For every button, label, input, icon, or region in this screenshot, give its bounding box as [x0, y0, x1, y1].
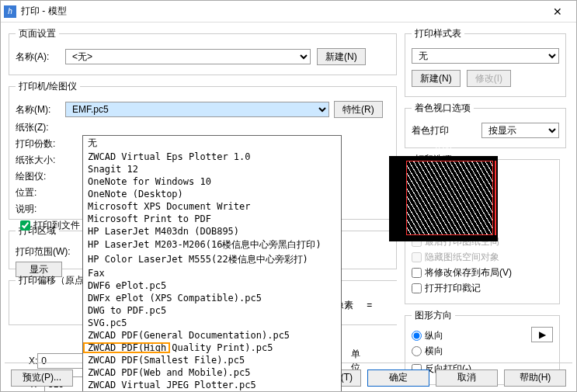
orientation-legend: 图形方向 — [412, 309, 455, 322]
printer-option[interactable]: DWFx ePlot (XPS Compatible).pc5 — [83, 292, 341, 304]
opt-hideps-check — [412, 252, 422, 262]
shade-label: 着色打印 — [412, 124, 458, 137]
style-edit-button: 修改(I) — [467, 70, 511, 87]
close-icon[interactable]: ✕ — [542, 5, 573, 18]
plot-offset-legend: 打印偏移（原点 — [16, 274, 87, 287]
orient-portrait-radio[interactable] — [412, 331, 422, 341]
printer-option[interactable]: ZWCAD Virtual JPEG Plotter.pc5 — [83, 379, 341, 391]
printer-legend: 打印机/绘图仪 — [16, 80, 80, 93]
app-icon: h — [4, 5, 16, 18]
shade-vp-legend: 着色视口选项 — [412, 102, 474, 115]
printer-option[interactable]: OneNote for Windows 10 — [83, 175, 341, 188]
printer-option[interactable]: HP LaserJet M203-M206(16楼信息中心旁黑白打印) — [83, 238, 341, 252]
plotter-label: 绘图仪: — [16, 170, 65, 183]
printer-option[interactable]: ZWCAD PDF(High Quality Print).pc5 — [83, 342, 341, 354]
preview-area — [406, 161, 493, 235]
shade-vp-group: 着色视口选项 着色打印 按显示 — [405, 102, 566, 148]
orient-landscape-radio[interactable] — [412, 346, 422, 356]
page-setup-legend: 页面设置 — [16, 27, 59, 40]
printer-name-label: 名称(M): — [16, 103, 65, 116]
paper-label: 纸张(Z): — [16, 121, 65, 134]
printer-option[interactable]: DWG to PDF.pc5 — [83, 304, 341, 317]
printer-option[interactable]: ZWCAD PDF(Smallest File).pc5 — [83, 354, 341, 366]
papersize-label: 纸张大小: — [16, 154, 65, 167]
printer-name-select[interactable]: EMF.pc5 — [65, 102, 329, 117]
printer-option[interactable]: Microsoft Print to PDF — [83, 213, 341, 225]
page-name-label: 名称(A): — [16, 50, 65, 64]
window-title: 打印 - 模型 — [21, 5, 542, 18]
printer-option[interactable]: Fax — [83, 267, 341, 279]
style-new-button[interactable]: 新建(N) — [412, 70, 461, 87]
cancel-button[interactable]: 取消 — [436, 369, 498, 387]
printer-props-button[interactable]: 特性(R) — [334, 101, 383, 118]
desc-label: 说明: — [16, 203, 65, 216]
preview-button[interactable]: 预览(P)... — [11, 369, 73, 387]
style-table-legend: 打印样式表 — [412, 27, 464, 40]
page-setup-group: 页面设置 名称(A): <无> 新建(N) — [9, 27, 397, 75]
printer-option[interactable]: ZWCAD PDF(Web and Mobile).pc5 — [83, 366, 341, 379]
ok-button[interactable]: 确定 — [367, 369, 429, 387]
plot-to-file-check[interactable] — [20, 220, 30, 231]
printer-option[interactable]: OneNote (Desktop) — [83, 188, 341, 200]
opt-save-check[interactable] — [412, 268, 422, 278]
help-button[interactable]: 帮助(H) — [504, 369, 566, 387]
paper-preview: 1600 1280 — [389, 156, 498, 241]
printer-option[interactable]: 无 — [83, 136, 341, 151]
printer-option[interactable]: ZWCAD PDF(General Documentation).pc5 — [83, 329, 341, 342]
copies-label: 打印份数: — [16, 137, 65, 151]
printer-name-dropdown[interactable]: 无ZWCAD Virtual Eps Plotter 1.0Snagit 12O… — [82, 135, 342, 392]
style-table-select[interactable]: 无 — [412, 48, 559, 64]
style-table-group: 打印样式表 无 新建(N) 修改(I) — [405, 27, 566, 97]
shade-select[interactable]: 按显示 — [481, 123, 559, 138]
plot-to-file-label: 打印到文件 — [33, 219, 80, 232]
page-name-select[interactable]: <无> — [65, 49, 311, 64]
preview-height: 1280 — [495, 182, 504, 199]
printer-option[interactable]: SVG.pc5 — [83, 317, 341, 329]
orientation-icon: ▶ — [531, 327, 553, 342]
preview-width: 1600 — [434, 145, 451, 154]
page-new-button[interactable]: 新建(N) — [317, 48, 366, 65]
range-label: 打印范围(W): — [16, 245, 78, 258]
printer-option[interactable]: HP LaserJet M403dn (DOB895) — [83, 225, 341, 238]
printer-option[interactable]: Microsoft XPS Document Writer — [83, 200, 341, 213]
position-label: 位置: — [16, 186, 65, 199]
printer-option[interactable]: HP Color LaserJet M555(22楼信息中心旁彩打) — [83, 252, 341, 267]
printer-option[interactable]: Snagit 12 — [83, 163, 341, 175]
opt-stamp-check[interactable] — [412, 283, 422, 293]
printer-option[interactable]: ZWCAD Virtual Eps Plotter 1.0 — [83, 151, 341, 163]
printer-option[interactable]: DWF6 ePlot.pc5 — [83, 279, 341, 292]
